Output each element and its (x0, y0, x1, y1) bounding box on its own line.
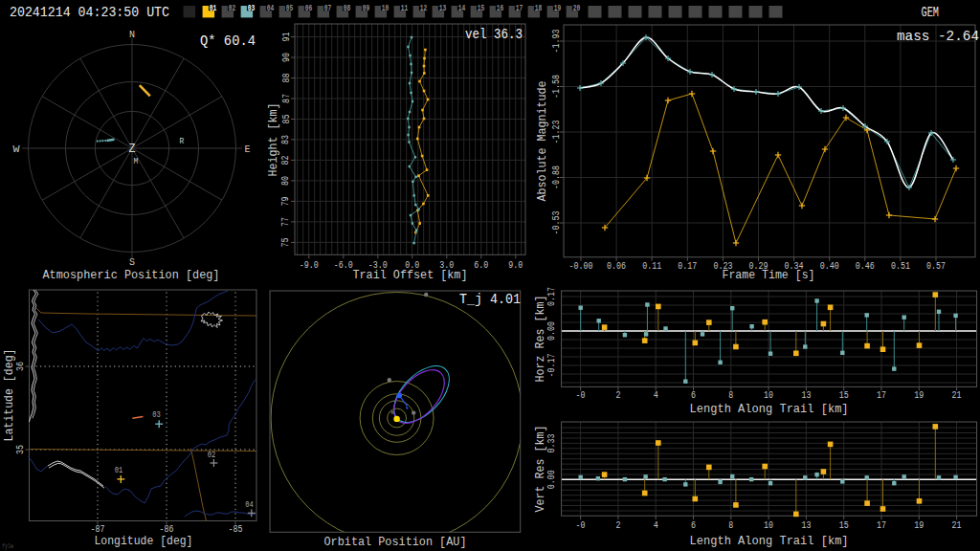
svg-text:35: 35 (14, 445, 26, 454)
svg-text:9.0: 9.0 (508, 259, 523, 271)
svg-text:79: 79 (280, 196, 292, 206)
svg-text:Frame Time [s]: Frame Time [s] (723, 269, 815, 282)
svg-text:0.06: 0.06 (607, 260, 626, 272)
svg-text:-87: -87 (91, 523, 105, 535)
svg-text:W: W (13, 143, 20, 155)
svg-text:Length Along Trail [km]: Length Along Trail [km] (690, 403, 849, 416)
svg-text:Latitude [deg]: Latitude [deg] (3, 349, 16, 442)
svg-text:0.57: 0.57 (926, 260, 946, 272)
svg-text:-1.23: -1.23 (550, 121, 562, 144)
svg-text:-0.00: -0.00 (569, 260, 593, 272)
svg-text:04: 04 (245, 500, 254, 510)
svg-text:90: 90 (280, 53, 292, 62)
svg-text:M: M (134, 157, 139, 166)
svg-text:02: 02 (208, 451, 216, 460)
svg-text:21: 21 (952, 389, 962, 401)
svg-text:13: 13 (801, 519, 811, 531)
svg-text:08: 08 (344, 4, 351, 13)
svg-text:-0.88: -0.88 (550, 165, 562, 189)
svg-text:01: 01 (115, 466, 123, 475)
svg-text:-85: -85 (229, 523, 243, 535)
svg-text:Q* 60.4: Q* 60.4 (200, 33, 256, 49)
svg-text:17: 17 (877, 519, 886, 531)
svg-text:20241214 04:23:50 UTC: 20241214 04:23:50 UTC (10, 5, 169, 21)
svg-text:mass -2.64: mass -2.64 (897, 29, 979, 44)
svg-text:8: 8 (728, 519, 733, 531)
svg-text:01: 01 (210, 4, 217, 13)
svg-text:04: 04 (267, 4, 275, 13)
svg-text:0.00: 0.00 (546, 470, 557, 489)
svg-text:12: 12 (420, 4, 428, 13)
svg-text:15: 15 (478, 4, 485, 13)
svg-text:13: 13 (439, 4, 447, 13)
svg-text:17: 17 (877, 389, 886, 401)
svg-text:8: 8 (728, 389, 733, 401)
svg-text:75: 75 (280, 237, 292, 247)
svg-text:10: 10 (382, 4, 390, 13)
svg-text:91: 91 (280, 32, 292, 41)
svg-text:10: 10 (764, 519, 773, 531)
svg-text:Height [km]: Height [km] (267, 103, 280, 177)
svg-text:10: 10 (764, 389, 773, 401)
svg-text:-0: -0 (576, 519, 586, 531)
svg-text:Absolute Magnitude: Absolute Magnitude (536, 80, 549, 201)
svg-text:Atmospheric Position [deg]: Atmospheric Position [deg] (43, 269, 220, 282)
svg-text:S: S (129, 256, 135, 268)
svg-text:18: 18 (535, 4, 543, 13)
svg-text:0.17: 0.17 (546, 287, 557, 306)
svg-text:85: 85 (280, 115, 292, 124)
svg-text:06: 06 (305, 4, 313, 13)
svg-text:2: 2 (615, 519, 620, 531)
svg-text:03: 03 (248, 4, 256, 13)
svg-text:GEM: GEM (922, 5, 940, 21)
svg-text:Vert Res [km]: Vert Res [km] (534, 426, 547, 513)
svg-text:16: 16 (497, 4, 504, 13)
svg-text:15: 15 (839, 389, 849, 401)
svg-text:0.40: 0.40 (820, 260, 839, 272)
svg-text:6: 6 (691, 389, 696, 401)
svg-text:Horz Res [km]: Horz Res [km] (534, 296, 547, 383)
svg-text:05: 05 (286, 4, 294, 13)
svg-text:14: 14 (458, 4, 466, 13)
svg-text:17: 17 (516, 4, 523, 13)
svg-text:vel 36.3: vel 36.3 (465, 27, 523, 42)
svg-text:19: 19 (914, 519, 924, 531)
svg-text:0.17: 0.17 (678, 260, 697, 272)
svg-text:Orbital Position [AU]: Orbital Position [AU] (324, 536, 467, 549)
svg-text:Longitude [deg]: Longitude [deg] (95, 535, 193, 548)
svg-text:6.0: 6.0 (474, 259, 488, 271)
svg-text:N: N (129, 29, 135, 40)
svg-text:-0.17: -0.17 (546, 354, 557, 378)
svg-text:77: 77 (280, 217, 292, 227)
svg-text:-0.53: -0.53 (550, 211, 562, 235)
svg-text:19: 19 (554, 4, 562, 13)
svg-text:0.00: 0.00 (546, 321, 557, 341)
svg-text:15: 15 (839, 519, 849, 531)
svg-text:R: R (180, 137, 185, 146)
svg-text:2: 2 (615, 389, 620, 401)
svg-text:Length Along Trail [km]: Length Along Trail [km] (690, 535, 849, 548)
svg-text:20: 20 (573, 4, 581, 13)
svg-text:07: 07 (324, 4, 332, 13)
svg-text:82: 82 (280, 155, 292, 165)
svg-text:36: 36 (14, 362, 26, 371)
svg-text:09: 09 (363, 4, 370, 13)
svg-text:02: 02 (229, 4, 236, 13)
svg-text:0.11: 0.11 (642, 260, 661, 272)
svg-text:83: 83 (280, 135, 292, 144)
svg-text:-0: -0 (576, 389, 586, 401)
svg-text:11: 11 (401, 4, 409, 13)
svg-text:0.33: 0.33 (546, 433, 557, 452)
svg-text:-1.93: -1.93 (550, 30, 562, 54)
svg-text:4: 4 (654, 519, 658, 531)
svg-text:03: 03 (152, 410, 161, 420)
svg-text:-6.0: -6.0 (334, 259, 353, 271)
svg-text:-9.0: -9.0 (300, 259, 319, 271)
svg-text:E: E (245, 143, 251, 155)
svg-text:0.51: 0.51 (891, 260, 910, 272)
svg-text:19: 19 (914, 389, 924, 401)
svg-text:T_j 4.01: T_j 4.01 (459, 292, 521, 307)
svg-text:80: 80 (280, 176, 292, 186)
svg-text:88: 88 (280, 74, 292, 83)
svg-text:13: 13 (801, 389, 811, 401)
